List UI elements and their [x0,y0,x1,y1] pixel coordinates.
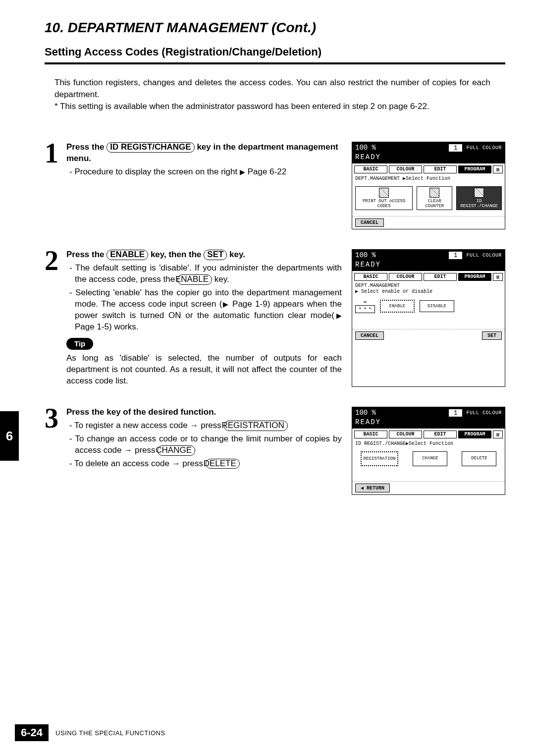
arrow-icon: ▶ [240,168,245,176]
tab-extra-icon[interactable]: ▥ [493,165,503,173]
screen-3: 100 %1FULL COLOUR READY BASIC COLOUR EDI… [352,407,505,495]
arrow-icon: ▶ [222,300,229,308]
delete-button[interactable]: DELETE [462,451,496,466]
tab-edit[interactable]: EDIT [424,273,457,281]
tab-extra-icon[interactable]: ▥ [493,273,503,281]
print-out-access-codes-button[interactable]: PRINT OUT ACCESS CODES [355,186,413,210]
tab-basic[interactable]: BASIC [354,165,387,173]
step-number: 3 [45,407,66,495]
screen-2: 100 %1FULL COLOUR READY BASIC COLOUR EDI… [352,249,505,387]
footer-text: USING THE SPECIAL FUNCTIONS [55,729,165,737]
section-title: 10. DEPARTMENT MANAGEMENT (Cont.) [45,20,505,36]
set-key: SET [204,250,227,260]
cancel-button[interactable]: CANCEL [355,331,384,340]
step-2: 2 Press the ENABLE key, then the SET key… [45,249,505,387]
step-number: 1 [45,142,66,229]
tip-badge: Tip [66,338,93,350]
cancel-button[interactable]: CANCEL [355,218,384,227]
screen-1: 100 %1FULL COLOUR READY BASIC COLOUR EDI… [352,142,505,229]
tab-edit[interactable]: EDIT [424,165,457,173]
tab-colour[interactable]: COLOUR [389,273,422,281]
divider [45,62,505,64]
id-regist-change-key: ID REGIST/CHANGE [107,142,194,153]
change-button[interactable]: CHANGE [413,451,447,466]
enable-key: ENABLE [107,250,148,260]
tip-text: As long as 'disable' is selected, the nu… [66,353,342,387]
enable-button[interactable]: ENABLE [380,300,415,313]
step-number: 2 [45,249,66,387]
tab-colour[interactable]: COLOUR [389,165,422,173]
registration-key: REGISTRATION [224,421,288,431]
id-regist-change-button[interactable]: ID REGIST./CHANGE [456,186,502,210]
step-1: 1 Press the ID REGIST/CHANGE key in the … [45,142,505,229]
tab-edit[interactable]: EDIT [424,431,457,438]
registration-button[interactable]: REGISTRATION [361,451,399,466]
page-footer: 6-24 USING THE SPECIAL FUNCTIONS [15,724,165,741]
change-key: CHANGE [158,445,195,456]
chapter-tab: 6 [0,411,19,461]
key-symbol: ⌨＊＊＊ [355,299,375,313]
return-button[interactable]: RETURN [355,484,390,492]
print-icon [379,188,389,198]
tab-program[interactable]: PROGRAM [458,431,491,438]
tab-colour[interactable]: COLOUR [389,431,422,438]
tab-basic[interactable]: BASIC [354,431,387,438]
disable-button[interactable]: DISABLE [420,300,454,312]
page-number: 6-24 [15,724,49,741]
step-3: 3 Press the key of the desired function.… [45,407,505,495]
intro-text: This function registers, changes and del… [54,77,490,112]
regist-icon [474,188,484,198]
page-subtitle: Setting Access Codes (Registration/Chang… [45,46,505,58]
clear-counter-button[interactable]: CLEAR COUNTER [417,186,452,210]
tab-basic[interactable]: BASIC [354,273,387,281]
arrow-icon: ▶ [334,312,342,320]
tab-program[interactable]: PROGRAM [458,165,491,173]
delete-key: DELETE [206,459,240,469]
counter-icon [429,188,439,198]
breadcrumb: DEPT.MANAGEMENT ▶ Select enable or disab… [352,282,505,295]
breadcrumb: ID REGIST./CHANGE▶Select Function [352,439,505,447]
enable-key-inline: ENABLE [177,274,212,285]
breadcrumb: DEPT.MANAGEMENT ▶Select Function [352,174,505,182]
tab-extra-icon[interactable]: ▥ [493,431,503,438]
tab-program[interactable]: PROGRAM [458,273,491,281]
set-button[interactable]: SET [482,331,502,340]
